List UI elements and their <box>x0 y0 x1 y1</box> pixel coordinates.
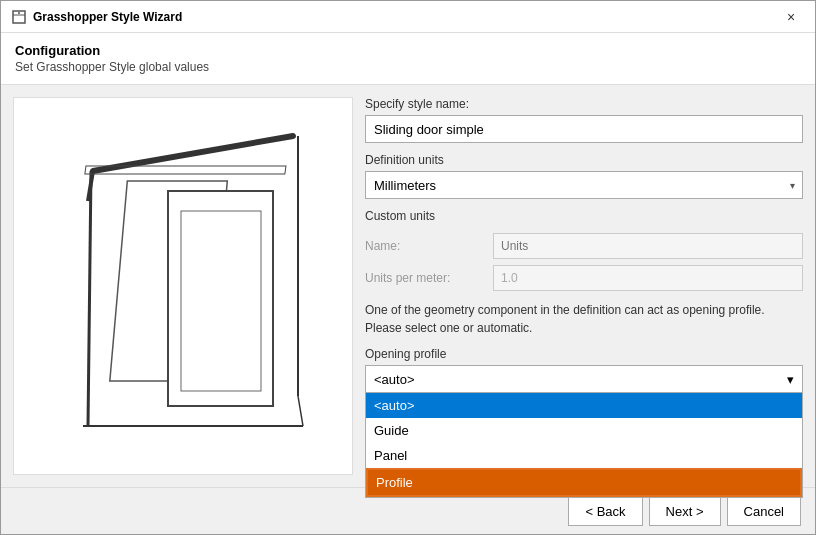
svg-line-10 <box>298 396 303 426</box>
form-panel: Specify style name: Definition units Mil… <box>365 97 803 475</box>
cancel-button[interactable]: Cancel <box>727 496 801 526</box>
dropdown-item-panel[interactable]: Panel <box>366 443 802 468</box>
main-window: Grasshopper Style Wizard × Configuration… <box>0 0 816 535</box>
opening-profile-dropdown-container: <auto> ▾ <auto> Guide Panel Profile <box>365 365 803 393</box>
opening-profile-label: Opening profile <box>365 347 803 361</box>
next-button[interactable]: Next > <box>649 496 721 526</box>
custom-units-name-input[interactable] <box>493 233 803 259</box>
custom-units-section: Custom units Name: Units per meter: <box>365 209 803 291</box>
close-button[interactable]: × <box>777 6 805 28</box>
definition-units-wrapper: Millimeters Centimeters Meters Inches Fe… <box>365 171 803 199</box>
door-svg <box>33 116 333 456</box>
style-name-field: Specify style name: <box>365 97 803 143</box>
svg-rect-6 <box>168 191 273 406</box>
definition-units-select[interactable]: Millimeters Centimeters Meters Inches Fe… <box>365 171 803 199</box>
style-name-label: Specify style name: <box>365 97 803 111</box>
opening-profile-list: <auto> Guide Panel Profile <box>365 393 803 498</box>
opening-profile-trigger[interactable]: <auto> ▾ <box>365 365 803 393</box>
custom-units-per-meter-row: Units per meter: <box>365 265 803 291</box>
custom-units-per-meter-label: Units per meter: <box>365 271 485 285</box>
dropdown-item-auto[interactable]: <auto> <box>366 393 802 418</box>
opening-profile-field: Opening profile <auto> ▾ <auto> Guide Pa… <box>365 347 803 393</box>
dropdown-item-profile[interactable]: Profile <box>366 468 802 497</box>
custom-units-per-meter-input[interactable] <box>493 265 803 291</box>
title-bar: Grasshopper Style Wizard × <box>1 1 815 33</box>
illustration-panel <box>13 97 353 475</box>
header-section: Configuration Set Grasshopper Style glob… <box>1 33 815 85</box>
custom-units-label: Custom units <box>365 209 803 223</box>
svg-line-8 <box>88 171 91 426</box>
opening-profile-arrow-icon: ▾ <box>787 372 794 387</box>
header-title: Configuration <box>15 43 801 58</box>
opening-profile-selected: <auto> <box>374 372 415 387</box>
app-icon <box>11 9 27 25</box>
info-text: One of the geometry component in the def… <box>365 301 803 337</box>
style-name-input[interactable] <box>365 115 803 143</box>
header-subtitle: Set Grasshopper Style global values <box>15 60 801 74</box>
window-title: Grasshopper Style Wizard <box>33 10 777 24</box>
back-button[interactable]: < Back <box>568 496 642 526</box>
definition-units-field: Definition units Millimeters Centimeters… <box>365 153 803 199</box>
definition-units-label: Definition units <box>365 153 803 167</box>
dropdown-item-guide[interactable]: Guide <box>366 418 802 443</box>
custom-units-name-label: Name: <box>365 239 485 253</box>
custom-units-name-row: Name: <box>365 233 803 259</box>
content-area: Specify style name: Definition units Mil… <box>1 85 815 487</box>
svg-point-2 <box>18 12 20 14</box>
